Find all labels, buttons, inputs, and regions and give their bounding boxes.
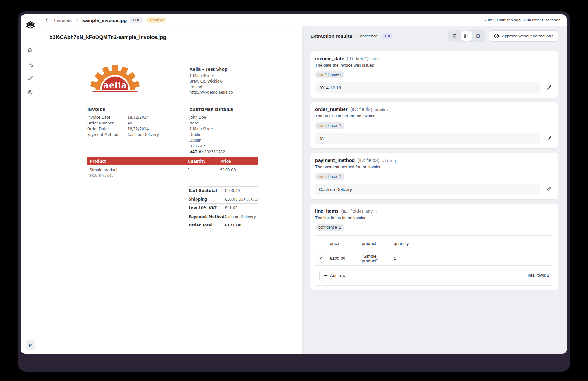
line-items-row: €100.00 "Simple product" 1 [315, 251, 553, 266]
cell-product[interactable]: "Simple product" [358, 251, 390, 265]
product-sku: SKU: Simple01 [87, 172, 258, 180]
field-value-row: 48 [315, 133, 553, 144]
field-description: The order number for the invoice. [315, 114, 553, 118]
invoice-info-row: Invoice Date: 18/12/2014 [87, 115, 159, 120]
arrow-left-icon [44, 17, 51, 23]
customer-line: 1 Main Street [190, 126, 233, 132]
field-cards: invoice_date (ID: field1) date The date … [302, 46, 567, 300]
field-type: date [371, 57, 381, 61]
list-view-icon [464, 34, 469, 39]
field-value-invoice-date[interactable]: 2014-12-18 [315, 82, 540, 93]
gear-icon [27, 89, 33, 95]
totals-grand-row: Order Total €121.00 [189, 221, 258, 229]
delete-row-button[interactable] [317, 255, 324, 262]
line-items-footer: Add row Total rows: 1 [315, 266, 553, 285]
customer-heading: CUSTOMER DETAILS [190, 107, 233, 113]
home-icon [27, 47, 33, 53]
content-row: b3I6CAbh7xN_kFoOQMTn2-sample_invoice.jpg [40, 26, 567, 354]
customer-line: John Doe [190, 115, 233, 120]
field-value-payment-method[interactable]: Cash on Delivery [315, 184, 540, 195]
pencil-icon [546, 187, 552, 192]
edit-order-number-button[interactable] [544, 134, 553, 143]
confidence-value-badge: 1.0 [381, 33, 393, 39]
line-items-header: price product quantity [315, 236, 553, 251]
field-title-row: invoice_date (ID: field1) date [315, 56, 553, 61]
extraction-header: Extraction results Confidence 1.0 [302, 26, 567, 46]
breadcrumb-invoices[interactable]: Invoices [54, 18, 72, 23]
cell-quantity[interactable]: 1 [390, 251, 553, 265]
invoice-info-row: Order Date: 18/12/2014 [87, 126, 159, 132]
customer-line: None [190, 120, 233, 126]
field-name: line_items [315, 208, 338, 214]
invoice-info-heading: INVOICE [87, 107, 159, 113]
totals-row: Low 10% VAT €11.00 [189, 203, 258, 212]
app-logo-icon [26, 21, 35, 30]
approve-button[interactable]: Approve without corrections [489, 30, 558, 42]
svg-text:aelia: aelia [103, 80, 127, 90]
field-title-row: order_number (ID: field2) number [315, 107, 553, 112]
toggle-list-view[interactable] [461, 31, 472, 41]
file-type-badge: PDF [130, 17, 143, 23]
cell-price[interactable]: €100.00 [326, 251, 358, 265]
workflow-icon [27, 61, 33, 67]
customer-line: BT36 4PE [190, 143, 233, 149]
invoice-document: aelia Aelia – Test Shop 1 Main Street Br… [87, 65, 258, 229]
invoice-info: INVOICE Invoice Date: 18/12/2014 Order N… [87, 107, 159, 138]
app-window: P Invoices sample_invoice.jpg PDF Review… [21, 14, 567, 354]
edit-invoice-date-button[interactable] [544, 83, 553, 92]
shop-details: Aelia – Test Shop 1 Main Street Bray, Co… [190, 67, 233, 96]
shop-address-line: http://wc-demo.aelia.co [190, 90, 233, 96]
field-value-order-number[interactable]: 48 [315, 133, 540, 144]
sidebar: P [21, 14, 40, 354]
add-row-button[interactable]: Add row [319, 270, 350, 281]
field-title-row: line_items (ID: field4) any[] [315, 208, 553, 214]
shop-address-line: 1 Main Street [190, 73, 233, 79]
approve-button-label: Approve without corrections [502, 34, 553, 38]
sidebar-item-experiments[interactable] [25, 73, 36, 83]
customer-line: Dublin [190, 132, 233, 138]
sidebar-item-settings[interactable] [25, 87, 36, 98]
invoice-header: aelia Aelia – Test Shop 1 Main Street Br… [87, 65, 258, 99]
product-table-row: Simple product 1 €100.00 [87, 165, 258, 172]
invoice-info-row: Order Number: 48 [87, 120, 159, 126]
aelia-logo: aelia [90, 65, 140, 93]
delete-column-header [315, 236, 326, 251]
field-type: any[] [366, 209, 377, 214]
invoice-product-table: Product Quantity Price Simple product 1 … [87, 157, 258, 180]
field-value-row: Cash on Delivery [315, 184, 553, 195]
pencil-icon [546, 136, 552, 141]
shop-address-line: Ireland [190, 84, 233, 90]
field-card-payment-method: payment_method (ID: field3) string The p… [310, 153, 558, 199]
field-name: order_number [315, 107, 348, 112]
sidebar-item-home[interactable] [25, 44, 36, 55]
product-table-header: Product Quantity Price [87, 157, 258, 165]
confidence-badge: confidence=1 [315, 122, 344, 129]
topbar: Invoices sample_invoice.jpg PDF Review R… [40, 14, 567, 26]
chevron-right-icon [75, 18, 79, 22]
column-header-price: price [326, 236, 358, 251]
edit-payment-method-button[interactable] [544, 185, 553, 194]
totals-row: Payment Method Cash on Delivery [189, 212, 258, 221]
toggle-checkbox-view[interactable] [449, 31, 460, 41]
customer-line: Dublin [190, 138, 233, 143]
pencil-icon [27, 75, 33, 81]
user-avatar[interactable]: P [26, 340, 35, 350]
x-icon [319, 257, 322, 260]
field-id: (ID: field3) [357, 157, 379, 163]
back-button[interactable] [44, 17, 51, 23]
invoice-meta: INVOICE Invoice Date: 18/12/2014 Order N… [87, 107, 258, 154]
confidence-badge: confidence=1 [315, 173, 344, 180]
invoice-totals: Cart Subtotal €100.00 Shipping €10.00 vi… [189, 186, 258, 229]
field-name: invoice_date [315, 56, 344, 61]
field-id: (ID: field2) [350, 107, 372, 112]
field-description: The date the invoice was issued. [315, 63, 553, 67]
main-column: Invoices sample_invoice.jpg PDF Review R… [40, 14, 567, 354]
shop-address-line: Bray, Co. Wicklow [190, 79, 233, 84]
field-card-line-items: line_items (ID: field4) any[] The line i… [310, 204, 558, 290]
toggle-json-view[interactable]: {} [473, 31, 484, 41]
total-rows-label: Total rows: 1 [527, 273, 549, 278]
invoice-info-row: Payment Method: Cash on Delivery [87, 132, 159, 138]
status-badge: Review [146, 17, 166, 23]
check-circle-icon [494, 33, 499, 39]
sidebar-item-workflows[interactable] [25, 59, 36, 69]
